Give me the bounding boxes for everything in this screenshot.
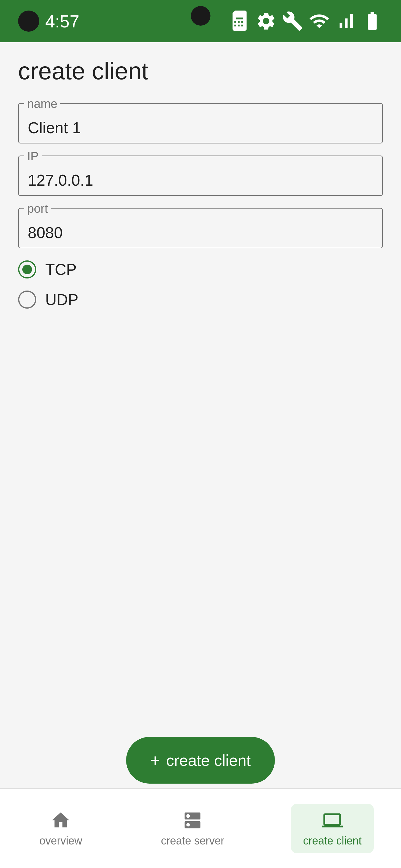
ip-input[interactable] <box>18 156 383 196</box>
port-label: port <box>24 202 51 216</box>
monitor-icon <box>322 810 343 831</box>
plus-icon: + <box>150 750 160 770</box>
page-title: create client <box>18 57 383 85</box>
settings-icon <box>256 10 277 32</box>
udp-radio-circle[interactable] <box>18 290 36 309</box>
notification-dot <box>191 6 210 26</box>
nav-item-overview[interactable]: overview <box>27 804 94 853</box>
nav-label-create-client: create client <box>303 835 362 847</box>
protocol-radio-group: TCP UDP <box>18 260 383 309</box>
name-label: name <box>24 97 60 111</box>
create-client-button[interactable]: + create client <box>126 737 275 784</box>
ip-field-container: IP <box>18 156 383 196</box>
tcp-radio-label: TCP <box>45 260 77 278</box>
tcp-radio-option[interactable]: TCP <box>18 260 383 278</box>
bottom-action-area: + create client <box>0 737 401 784</box>
tcp-radio-circle[interactable] <box>18 260 36 278</box>
name-input[interactable] <box>18 103 383 144</box>
wifi-icon <box>309 10 330 32</box>
battery-icon <box>362 10 383 32</box>
status-bar: 4:57 <box>0 0 401 42</box>
nav-label-create-server: create server <box>161 835 224 847</box>
signal-icon <box>335 10 356 32</box>
sim-icon <box>229 10 250 32</box>
nav-label-overview: overview <box>39 835 82 847</box>
udp-radio-option[interactable]: UDP <box>18 290 383 309</box>
status-icons <box>229 10 383 32</box>
status-circle <box>18 10 39 32</box>
tools-icon <box>282 10 303 32</box>
page-title-area: create client <box>0 42 401 94</box>
home-icon <box>50 810 71 831</box>
udp-radio-label: UDP <box>45 290 79 309</box>
status-time: 4:57 <box>45 11 79 31</box>
bottom-nav: overview create server create client <box>0 788 401 868</box>
status-bar-left: 4:57 <box>18 10 79 32</box>
main-content: name IP port TCP UDP <box>0 94 401 330</box>
ip-label: IP <box>24 150 41 163</box>
nav-item-create-server[interactable]: create server <box>149 804 236 853</box>
nav-item-create-client[interactable]: create client <box>291 804 374 853</box>
port-input[interactable] <box>18 208 383 248</box>
create-client-label: create client <box>166 751 251 770</box>
port-field-container: port <box>18 208 383 248</box>
server-icon <box>182 810 203 831</box>
name-field-container: name <box>18 103 383 144</box>
